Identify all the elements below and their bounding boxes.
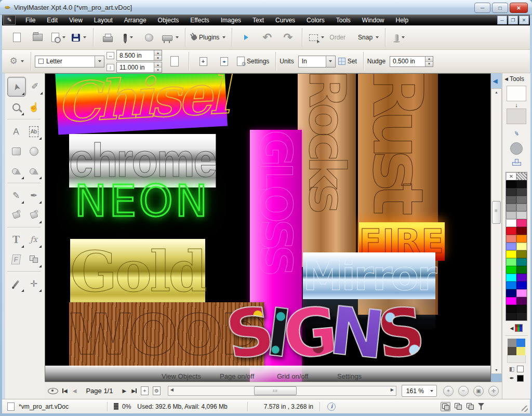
menu-objects[interactable]: Objects xyxy=(152,16,185,25)
current-color-dot[interactable] xyxy=(510,142,523,155)
distort-tool[interactable]: F xyxy=(7,250,25,269)
stroke-pen-icon[interactable]: ✒ xyxy=(509,375,514,382)
preview-swatch[interactable] xyxy=(508,339,516,347)
menu-text[interactable]: Text xyxy=(247,16,270,25)
undo-button[interactable]: ↶ xyxy=(257,28,277,47)
art-text-rocks[interactable]: Rocks xyxy=(298,73,356,267)
redo-button[interactable]: ↷ xyxy=(277,28,298,47)
page-options-icon[interactable]: ⚙ xyxy=(153,386,161,395)
canvas-tab-settings[interactable]: Settings xyxy=(337,372,362,380)
document-menu-icon[interactable]: ✎ xyxy=(3,15,16,25)
fill-tool[interactable] xyxy=(25,206,43,224)
stamp-icon[interactable] xyxy=(512,162,521,166)
new-document-button[interactable] xyxy=(6,28,27,47)
shapes-tool[interactable] xyxy=(7,162,25,180)
save-button[interactable] xyxy=(69,28,89,47)
print-button[interactable] xyxy=(97,28,118,47)
preview-swatch[interactable] xyxy=(508,347,516,355)
tools-panel-header[interactable]: ◀ Tools xyxy=(502,73,526,84)
page-width-spinner[interactable]: ▲▼ xyxy=(154,50,162,60)
color-swatch[interactable] xyxy=(516,289,527,297)
color-swatch[interactable] xyxy=(506,180,516,188)
color-swatch[interactable] xyxy=(506,281,516,289)
menu-arrange[interactable]: Arrange xyxy=(118,16,152,25)
separate-mode-icon[interactable] xyxy=(466,402,474,410)
effects-tool[interactable]: ƒx xyxy=(25,230,43,249)
combine-mode-icon[interactable] xyxy=(454,402,462,410)
measure-tool[interactable]: ✛ xyxy=(25,274,43,293)
page-height-input[interactable]: 11.000 in ▲▼ xyxy=(116,62,162,73)
color-swatch[interactable] xyxy=(506,227,516,235)
color-preview-grid[interactable] xyxy=(508,339,525,355)
page-width-input[interactable]: 8.500 in ▲▼ xyxy=(116,50,162,61)
canvas-tab-view-objects[interactable]: View Objects xyxy=(162,372,201,380)
color-swatch[interactable] xyxy=(506,297,516,305)
node-edit-tool[interactable]: ✐ xyxy=(26,77,44,96)
color-swatch[interactable] xyxy=(516,274,527,281)
pen-tool[interactable]: ✒ xyxy=(25,186,43,205)
page-orientation-button[interactable] xyxy=(164,51,185,71)
menu-layout[interactable]: Layout xyxy=(88,16,118,25)
zoom-level-select[interactable]: 161 % xyxy=(402,385,437,397)
palette-library-icon[interactable] xyxy=(515,324,523,332)
cut-button[interactable] xyxy=(118,28,139,47)
fill-add-tool[interactable] xyxy=(7,206,25,224)
panel-collapse-button[interactable]: ◀ xyxy=(490,76,500,86)
art-text-mirror[interactable]: Mirror xyxy=(303,252,435,299)
horizontal-scrollbar-thumb[interactable]: III xyxy=(254,386,297,395)
color-swatch[interactable] xyxy=(506,258,516,266)
units-select[interactable]: In xyxy=(298,56,336,68)
color-swatch[interactable] xyxy=(516,250,527,258)
mdi-minimize-button[interactable]: ─ xyxy=(497,16,507,24)
units-dropdown-button[interactable] xyxy=(326,56,335,67)
page-size-dropdown-button[interactable] xyxy=(95,56,104,67)
preview-button[interactable] xyxy=(139,28,159,47)
maximize-button[interactable]: □ xyxy=(492,3,508,13)
fit-page-button[interactable]: ▣ xyxy=(473,386,484,396)
color-swatch[interactable] xyxy=(516,204,527,211)
document-settings-button[interactable]: ⚙ xyxy=(6,51,27,71)
color-swatch[interactable] xyxy=(516,281,527,289)
menu-view[interactable]: View xyxy=(63,16,88,25)
menu-colors[interactable]: Colors xyxy=(301,16,330,25)
zoom-out-button[interactable]: − xyxy=(458,386,469,396)
screen-fill-swatch[interactable] xyxy=(516,172,527,180)
menu-file[interactable]: File xyxy=(20,16,41,25)
color-swatch[interactable] xyxy=(506,266,516,274)
preview-swatch[interactable] xyxy=(516,347,525,355)
color-swatch[interactable] xyxy=(516,305,527,313)
close-button[interactable]: ✕ xyxy=(510,3,528,13)
minimize-button[interactable]: ─ xyxy=(474,3,490,13)
color-swatch[interactable] xyxy=(516,235,527,243)
vertical-scrollbar[interactable]: ▲ ▼ xyxy=(491,88,502,374)
color-swatch[interactable] xyxy=(506,250,516,258)
no-color-swatch[interactable]: ✕ xyxy=(506,172,516,180)
menu-help[interactable]: Help xyxy=(390,16,415,25)
ellipse-tool[interactable] xyxy=(25,142,43,160)
fill-bucket-icon[interactable]: ◧ xyxy=(509,366,514,372)
swap-size-button[interactable]: ◂▸ xyxy=(214,51,234,71)
page-settings-button[interactable]: Settings xyxy=(234,51,272,71)
color-swatch[interactable] xyxy=(506,219,516,227)
pan-tool[interactable]: ☝ xyxy=(25,98,43,116)
color-swatch[interactable] xyxy=(506,274,516,281)
open-button[interactable] xyxy=(27,28,48,47)
canvas-tab-grid-on-off[interactable]: Grid on/off xyxy=(277,372,308,380)
color-swatch[interactable] xyxy=(516,219,527,227)
color-swatch[interactable] xyxy=(516,227,527,235)
next-page-button[interactable]: ▶ xyxy=(122,388,126,394)
menu-edit[interactable]: Edit xyxy=(41,16,63,25)
art-text-chisel[interactable]: Chisel xyxy=(55,73,228,135)
mdi-restore-button[interactable]: ❐ xyxy=(508,16,518,24)
previous-page-button[interactable]: ◀ xyxy=(73,388,77,394)
color-swatch[interactable] xyxy=(506,204,516,211)
color-swatch[interactable] xyxy=(516,266,527,274)
scroll-down-icon[interactable]: ▼ xyxy=(491,368,501,372)
airbrush-button[interactable] xyxy=(389,28,410,47)
mdi-close-button[interactable]: ✕ xyxy=(519,16,529,24)
info-icon[interactable]: i xyxy=(327,402,336,411)
select-tool[interactable]: ➤ xyxy=(7,77,26,97)
palette-prev-arrow-icon[interactable]: ◀ xyxy=(510,326,514,331)
eyedropper-icon[interactable]: ✒ xyxy=(511,128,522,139)
art-text-gold[interactable]: Gold xyxy=(70,239,205,304)
